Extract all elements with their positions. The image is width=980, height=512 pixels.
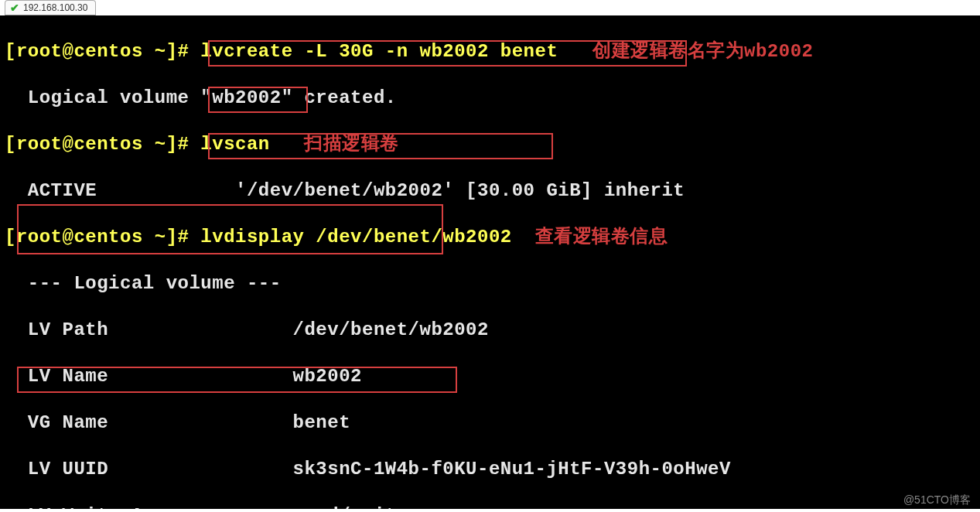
- terminal[interactable]: [root@centos ~]# lvcreate -L 30G -n wb20…: [0, 15, 980, 509]
- session-host: 192.168.100.30: [23, 2, 87, 13]
- cmd-line-lvscan: [root@centos ~]# lvscan 扫描逻辑卷: [5, 133, 980, 156]
- lv-path: LV Path /dev/benet/wb2002: [5, 319, 980, 342]
- vg-name: VG Name benet: [5, 411, 980, 435]
- watermark: @51CTO博客: [903, 493, 971, 507]
- lv-uuid: LV UUID sk3snC-1W4b-f0KU-eNu1-jHtF-V39h-…: [5, 458, 980, 481]
- connected-icon: ✔: [10, 2, 19, 13]
- app-window: ✔ 192.168.100.30 [root@centos ~]# lvcrea…: [0, 0, 980, 512]
- lv-write: LV Write Access read/write: [5, 504, 980, 509]
- output-header: --- Logical volume ---: [5, 272, 980, 295]
- session-tab[interactable]: ✔ 192.168.100.30: [5, 0, 96, 15]
- output-created: Logical volume "wb2002" created.: [5, 87, 980, 110]
- cmd-line-lvdisplay: [root@centos ~]# lvdisplay /dev/benet/wb…: [5, 226, 980, 249]
- cmd-line-lvcreate: [root@centos ~]# lvcreate -L 30G -n wb20…: [5, 40, 980, 63]
- output-lvscan: ACTIVE '/dev/benet/wb2002' [30.00 GiB] i…: [5, 179, 980, 203]
- lv-name: LV Name wb2002: [5, 365, 980, 388]
